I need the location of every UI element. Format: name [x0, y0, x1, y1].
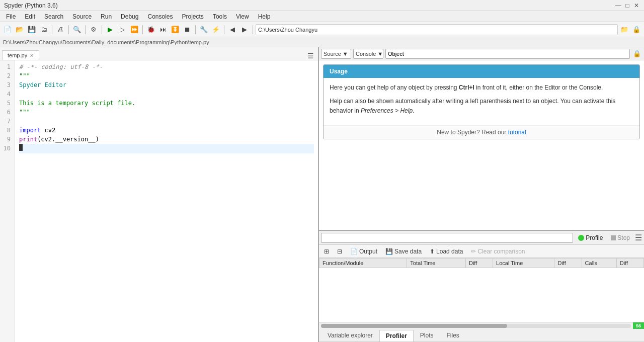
print-button[interactable]: 🖨 — [55, 24, 66, 35]
toolbar-sep-4 — [102, 25, 102, 34]
back-button[interactable]: ◀ — [227, 24, 238, 35]
col-total-time[interactable]: Total Time — [407, 259, 466, 268]
preferences-button[interactable]: ⚙ — [88, 24, 99, 35]
source-chevron: ▼ — [343, 51, 348, 57]
toolbar: 📄 📂 💾 🗂 🖨 🔍 ⚙ ▶ ▷ ⏩ 🐞 ⏭ ⏬ ⏹ 🔧 ⚡ ◀ ▶ C:\U… — [0, 22, 644, 37]
menu-tools[interactable]: Tools — [209, 12, 231, 21]
open-file-button[interactable]: 📂 — [14, 24, 25, 35]
editor-tab-close[interactable]: ✕ — [30, 53, 34, 58]
new-file-button[interactable]: 📄 — [2, 24, 13, 35]
menu-edit[interactable]: Edit — [21, 12, 39, 21]
toolbar-sep-5 — [142, 25, 143, 34]
save-all-button[interactable]: 🗂 — [38, 24, 49, 35]
usage-para-2: Help can also be shown automatically aft… — [330, 97, 633, 116]
menu-debug[interactable]: Debug — [117, 12, 142, 21]
pathbar: D:\Users\ZhouChangyu\Documents\Daily_doc… — [0, 37, 644, 47]
stop-debug-button[interactable]: ⏹ — [182, 24, 193, 35]
run-cell-button[interactable]: ⏩ — [129, 24, 140, 35]
stop-button[interactable]: Stop — [608, 232, 633, 243]
col-calls[interactable]: Calls — [582, 259, 616, 268]
scrollbar-track — [321, 324, 631, 328]
profiler-data-table: Function/Module Total Time Diff Local Ti… — [319, 258, 644, 268]
output-icon: 📄 — [350, 248, 358, 255]
debug-button[interactable]: 🐞 — [145, 24, 156, 35]
save-label: Save data — [394, 248, 422, 255]
help-tabs-bar: Source ▼ Console ▼ Object 🔒 — [319, 47, 644, 60]
save-data-button[interactable]: 💾 Save data — [383, 247, 424, 256]
tab-variable-explorer[interactable]: Variable explorer — [321, 329, 379, 341]
usage-header: Usage — [324, 65, 639, 78]
lock-button[interactable]: 🔒 — [631, 24, 642, 35]
tab-files[interactable]: Files — [440, 329, 466, 341]
run-button[interactable]: ▶ — [105, 24, 116, 35]
forward-button[interactable]: ▶ — [239, 24, 250, 35]
run-file-button[interactable]: ▷ — [117, 24, 128, 35]
menu-projects[interactable]: Projects — [178, 12, 208, 21]
menu-consoles[interactable]: Consoles — [143, 12, 177, 21]
object-field[interactable]: Object — [385, 49, 630, 59]
help-lock-button[interactable]: 🔒 — [632, 49, 642, 59]
menu-search[interactable]: Search — [40, 12, 67, 21]
tab-plots[interactable]: Plots — [414, 329, 440, 341]
profiler-toolbar: Profile Stop ☰ — [319, 231, 644, 245]
tutorial-link[interactable]: tutorial — [508, 129, 526, 136]
browse-button[interactable]: 📁 — [619, 24, 630, 35]
stop-icon — [611, 235, 616, 240]
console-dropdown[interactable]: Console ▼ — [353, 49, 383, 59]
menu-source[interactable]: Source — [68, 12, 96, 21]
toolbar-sep-1 — [52, 25, 52, 34]
profiler-path-field[interactable] — [321, 233, 573, 243]
col-diff-1[interactable]: Diff — [465, 259, 493, 268]
code-area: 12345 678910 # -*- coding: utf-8 -*-"""S… — [0, 60, 318, 342]
scroll-indicator: 56 — [633, 322, 644, 329]
load-data-button[interactable]: ⬆ Load data — [428, 247, 465, 256]
toolbar-sep-2 — [68, 25, 69, 34]
step-button[interactable]: ⏭ — [157, 24, 169, 35]
toolbar-sep-7 — [224, 25, 224, 34]
col-function[interactable]: Function/Module — [319, 259, 407, 268]
profiler-table: Function/Module Total Time Diff Local Ti… — [319, 258, 644, 322]
usage-box: Usage Here you can get help of any objec… — [323, 64, 640, 139]
right-pane: Source ▼ Console ▼ Object 🔒 Usage Here y… — [319, 47, 644, 342]
menu-help[interactable]: Help — [254, 12, 275, 21]
find-button[interactable]: 🔍 — [71, 24, 83, 35]
path-field[interactable]: C:\Users\Zhou Changyu — [256, 24, 618, 35]
titlebar: Spyder (Python 3.6) — □ ✕ — [0, 0, 644, 11]
source-dropdown[interactable]: Source ▼ — [321, 49, 351, 59]
copy-button-1[interactable]: ⊞ — [322, 247, 331, 256]
editor-tab-menu[interactable]: ☰ — [305, 52, 316, 60]
toolbar-sep-8 — [253, 25, 253, 34]
profile-button[interactable]: Profile — [575, 232, 606, 243]
main-area: temp.py ✕ ☰ 12345 678910 # -*- coding: u… — [0, 47, 644, 342]
code-editor[interactable]: # -*- coding: utf-8 -*-"""Spyder EditorT… — [15, 60, 318, 342]
editor-tab-label: temp.py — [8, 52, 27, 58]
col-diff-2[interactable]: Diff — [554, 259, 582, 268]
col-local-time[interactable]: Local Time — [493, 259, 554, 268]
profiler-action-bar: ⊞ ⊟ 📄 Output 💾 Save data ⬆ Load data ✏ C… — [319, 245, 644, 258]
col-diff-3[interactable]: Diff — [616, 259, 643, 268]
output-button[interactable]: 📄 Output — [348, 247, 379, 256]
stop-label: Stop — [617, 234, 630, 241]
titlebar-controls: — □ ✕ — [615, 2, 640, 9]
extra-btn[interactable]: ⚡ — [210, 24, 221, 35]
tab-profiler[interactable]: Profiler — [379, 330, 414, 341]
output-label: Output — [359, 248, 377, 255]
continue-button[interactable]: ⏬ — [170, 24, 181, 35]
toolbar-sep-6 — [195, 25, 196, 34]
editor-tab-temp[interactable]: temp.py ✕ — [2, 50, 39, 60]
clear-comparison-button[interactable]: ✏ Clear comparison — [469, 247, 527, 256]
copy-button-2[interactable]: ⊟ — [335, 247, 344, 256]
menu-run[interactable]: Run — [97, 12, 116, 21]
tools-btn[interactable]: 🔧 — [198, 24, 209, 35]
save-button[interactable]: 💾 — [26, 24, 37, 35]
minimize-button[interactable]: — — [615, 2, 622, 9]
profiler-scrollbar[interactable]: 56 — [319, 322, 644, 329]
maximize-button[interactable]: □ — [624, 2, 631, 9]
close-button[interactable]: ✕ — [633, 2, 640, 9]
profile-icon — [578, 235, 584, 241]
menu-view[interactable]: View — [232, 12, 253, 21]
menu-file[interactable]: File — [2, 12, 20, 21]
profiler-menu-button[interactable]: ☰ — [635, 233, 642, 242]
clear-icon: ✏ — [471, 248, 476, 255]
help-area: Source ▼ Console ▼ Object 🔒 Usage Here y… — [319, 47, 644, 231]
